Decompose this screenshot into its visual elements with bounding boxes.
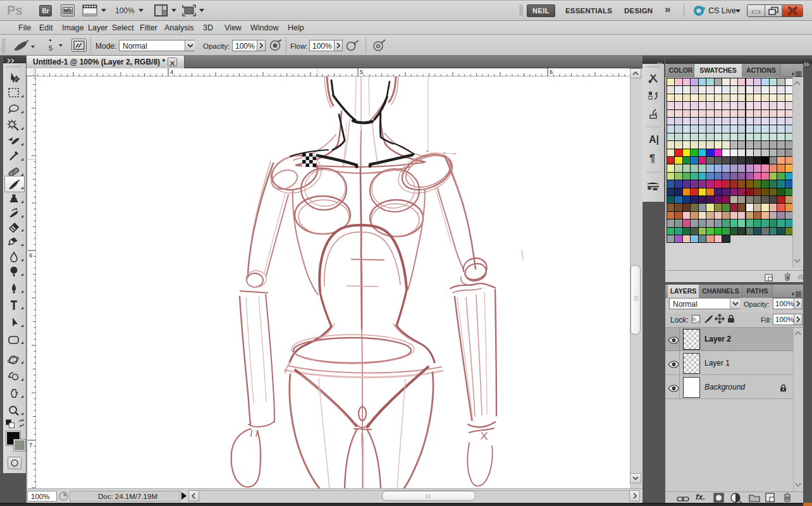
svg-text:7: 7 bbox=[29, 442, 32, 448]
svg-text:6: 6 bbox=[550, 69, 553, 75]
svg-text:4: 4 bbox=[170, 69, 173, 75]
svg-text:5: 5 bbox=[360, 69, 363, 75]
svg-text:6: 6 bbox=[29, 252, 32, 259]
